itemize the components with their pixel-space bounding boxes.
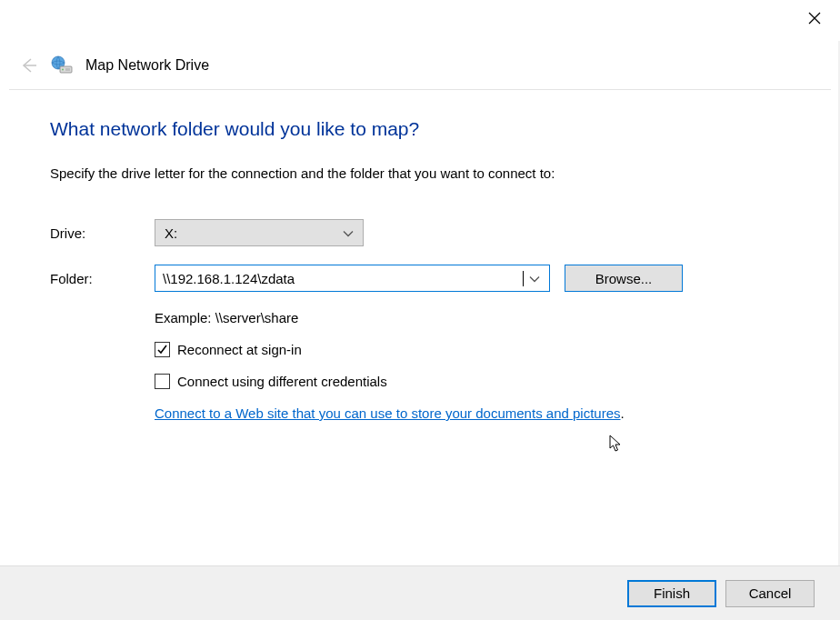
- wizard-content: What network folder would you like to ma…: [50, 118, 790, 421]
- close-icon: [808, 12, 821, 25]
- svg-rect-6: [65, 68, 70, 71]
- indent-block: Example: \\server\share Reconnect at sig…: [155, 310, 790, 421]
- wizard-footer: Finish Cancel: [0, 565, 840, 620]
- folder-input[interactable]: [163, 271, 523, 286]
- connect-website-link[interactable]: Connect to a Web site that you can use t…: [155, 405, 621, 421]
- checkmark-icon: [156, 344, 168, 355]
- back-button[interactable]: [18, 55, 38, 75]
- network-drive-icon: [51, 55, 73, 75]
- reconnect-checkbox[interactable]: Reconnect at sign-in: [155, 342, 790, 357]
- folder-label: Folder:: [50, 271, 155, 286]
- text-caret: [523, 271, 524, 286]
- chevron-down-icon: [343, 225, 354, 241]
- mouse-cursor: [609, 435, 624, 455]
- chevron-down-icon[interactable]: [529, 271, 540, 286]
- link-period: .: [621, 405, 625, 421]
- page-question: What network folder would you like to ma…: [50, 118, 790, 140]
- checkbox-box-checked: [155, 342, 170, 357]
- website-link-row: Connect to a Web site that you can use t…: [155, 405, 790, 421]
- folder-row: Folder: Browse...: [50, 265, 790, 292]
- wizard-title: Map Network Drive: [85, 57, 209, 74]
- different-credentials-label: Connect using different credentials: [177, 374, 387, 389]
- svg-point-5: [62, 69, 64, 71]
- finish-button[interactable]: Finish: [627, 580, 716, 607]
- close-button[interactable]: [805, 9, 824, 27]
- page-instruction: Specify the drive letter for the connect…: [50, 165, 790, 181]
- drive-label: Drive:: [50, 225, 155, 241]
- browse-button[interactable]: Browse...: [565, 265, 683, 292]
- header-separator: [9, 89, 831, 90]
- drive-dropdown[interactable]: X:: [155, 219, 364, 246]
- checkbox-box-unchecked: [155, 374, 170, 389]
- different-credentials-checkbox[interactable]: Connect using different credentials: [155, 374, 790, 389]
- example-text: Example: \\server\share: [155, 310, 790, 325]
- folder-combobox[interactable]: [155, 265, 550, 292]
- titlebar: [0, 0, 840, 41]
- drive-value: X:: [165, 225, 177, 241]
- drive-row: Drive: X:: [50, 219, 790, 246]
- cancel-button[interactable]: Cancel: [725, 580, 815, 607]
- wizard-header: Map Network Drive: [0, 47, 840, 84]
- reconnect-label: Reconnect at sign-in: [177, 342, 302, 357]
- back-arrow-icon: [18, 55, 38, 75]
